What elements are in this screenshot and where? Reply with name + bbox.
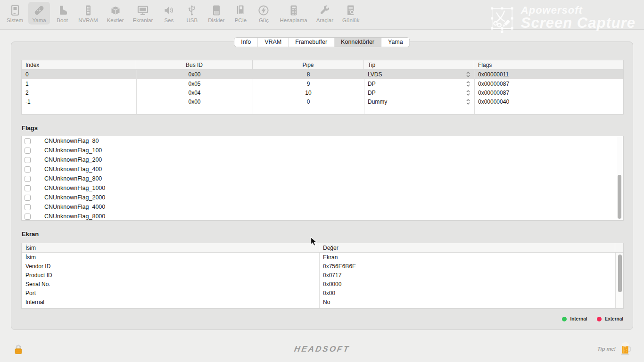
column-header-index[interactable]: Index (22, 60, 136, 69)
tab-info[interactable]: Info (234, 38, 258, 47)
stepper-icon (466, 71, 471, 78)
memory-icon (81, 3, 95, 17)
toolbar-item-usb[interactable]: USB (181, 2, 203, 25)
table-row[interactable]: 2 0x04 10 DP 0x00000087 (22, 88, 623, 97)
checkbox[interactable] (25, 166, 31, 173)
toolbar-item-pcie[interactable]: PCIe (230, 2, 251, 25)
checkbox[interactable] (25, 157, 31, 163)
column-header-flags[interactable]: Flags (474, 60, 623, 69)
table-row[interactable]: Serial No. 0x0000 (22, 280, 623, 288)
cell-pipe: 0 (253, 97, 364, 106)
list-item: CNUnknownFlag_400 (22, 165, 623, 174)
table-row[interactable]: 0 0x00 8 LVDS 0x00000011 (22, 70, 623, 79)
toolbar-item-hesaplama[interactable]: Hesaplama (276, 2, 311, 25)
checkbox[interactable] (25, 214, 31, 220)
table-row[interactable]: 1 0x05 9 DP 0x00000087 (22, 79, 623, 88)
legend-label: External (605, 316, 623, 321)
checkbox[interactable] (25, 204, 31, 210)
toolbar-item-label: Kextler (107, 17, 124, 23)
cell-index: 2 (22, 88, 136, 97)
tab-yama[interactable]: Yama (381, 38, 410, 47)
flag-label: CNUnknownFlag_200 (44, 156, 102, 163)
cell-name: Port (22, 290, 319, 296)
tab-konnektorler[interactable]: Konnektörler (334, 38, 381, 47)
column-header-deger[interactable]: Değer (319, 243, 615, 252)
toolbar-item-label: Sistem (7, 17, 23, 23)
toolbar-item-label: PCIe (235, 17, 247, 23)
tip-select-value: Dummy (368, 99, 387, 105)
tip-select[interactable]: Dummy (364, 97, 474, 106)
flag-label: CNUnknownFlag_800 (44, 175, 102, 182)
column-header-tip[interactable]: Tip (364, 60, 474, 69)
toolbar-item-ses[interactable]: Ses (158, 2, 180, 25)
column-header-pipe[interactable]: Pipe (253, 60, 364, 69)
cell-bus-id: 0x00 (136, 70, 253, 79)
cell-pipe: 10 (253, 88, 364, 97)
flag-label: CNUnknownFlag_400 (44, 166, 102, 173)
table-row[interactable]: İsim Ekran (22, 253, 623, 262)
bandaid-icon (32, 3, 46, 17)
column-header-isim[interactable]: İsim (22, 243, 319, 252)
usb-icon (185, 3, 199, 17)
toolbar-item-ekranlar[interactable]: Ekranlar (129, 2, 157, 25)
checkbox[interactable] (25, 148, 31, 154)
table-row[interactable]: -1 0x00 0 Dummy 0x00000040 (22, 97, 623, 106)
list-item: CNUnknownFlag_800 (22, 174, 623, 183)
cell-flags: 0x00000087 (474, 88, 623, 97)
cell-value: No (319, 299, 623, 305)
table-row[interactable]: Product ID 0x0717 (22, 271, 623, 280)
tab-framebuffer[interactable]: Framebuffer (289, 38, 334, 47)
tip-select-value: LVDS (368, 71, 382, 78)
tip-me-label: Tip me! (597, 346, 616, 352)
beer-mug-icon[interactable] (620, 341, 631, 358)
flag-label: CNUnknownFlag_8000 (44, 213, 105, 220)
scrollbar-header-cell (615, 243, 623, 252)
toolbar-item-boot[interactable]: Boot (51, 2, 73, 25)
flag-label: CNUnknownFlag_4000 (44, 204, 105, 210)
toolbar-item-diskler[interactable]: Diskler (204, 2, 228, 25)
connectors-table-body: 0 0x00 8 LVDS 0x00000011 1 0x05 9 DP 0x0… (22, 70, 623, 114)
scrollbar-thumb[interactable] (618, 175, 621, 219)
pcie-card-icon (233, 3, 248, 17)
toolbar-item-label: Ses (164, 17, 173, 23)
list-item: CNUnknownFlag_4000 (22, 202, 623, 212)
toolbar-item-guc[interactable]: Güç (253, 2, 274, 25)
column-divider (364, 70, 364, 114)
tip-select[interactable]: DP (364, 88, 474, 97)
tab-vram[interactable]: VRAM (258, 38, 289, 47)
tip-select[interactable]: LVDS (364, 70, 474, 79)
connectors-table: Index Bus ID Pipe Tip Flags 0 0x00 8 LVD… (21, 60, 624, 115)
column-header-bus-id[interactable]: Bus ID (136, 60, 253, 69)
wrench-icon (318, 3, 332, 17)
flag-label: CNUnknownFlag_2000 (44, 194, 105, 201)
flag-label: CNUnknownFlag_100 (44, 147, 102, 154)
scrollbar[interactable] (617, 137, 622, 219)
lock-icon[interactable] (14, 344, 23, 357)
speaker-icon (162, 3, 176, 17)
toolbar-item-araclar[interactable]: Araçlar (313, 2, 337, 25)
table-row[interactable]: Internal No (22, 297, 623, 306)
toolbar-item-sistem[interactable]: Sistem (3, 2, 27, 25)
ekran-table-header: İsim Değer (22, 243, 623, 253)
stepper-icon (466, 90, 471, 96)
disk-icon (209, 3, 223, 17)
tip-select[interactable]: DP (364, 79, 474, 88)
checkbox[interactable] (25, 138, 31, 144)
table-row[interactable]: Port 0x00 (22, 288, 623, 297)
checkbox[interactable] (25, 185, 31, 191)
checkbox[interactable] (25, 176, 31, 182)
scrollbar-thumb[interactable] (618, 255, 622, 292)
checkbox[interactable] (25, 195, 31, 201)
headsoft-logo[interactable]: HEADSOFT (293, 345, 350, 354)
toolbar-item-gunluk[interactable]: Günlük (339, 2, 363, 25)
toolbar-item-kextler[interactable]: Kextler (103, 2, 128, 25)
table-row[interactable]: Vendor ID 0x756E6B6E (22, 262, 623, 271)
connector-legend: Internal External (562, 316, 623, 321)
cell-flags: 0x00000087 (474, 79, 623, 88)
cell-flags: 0x00000011 (474, 70, 623, 79)
toolbar-item-nvram[interactable]: NVRAM (74, 2, 102, 25)
toolbar-item-yama[interactable]: Yama (28, 2, 50, 25)
scrollbar[interactable] (615, 253, 623, 308)
log-icon (344, 3, 358, 17)
cell-value: 0x0717 (319, 272, 623, 279)
